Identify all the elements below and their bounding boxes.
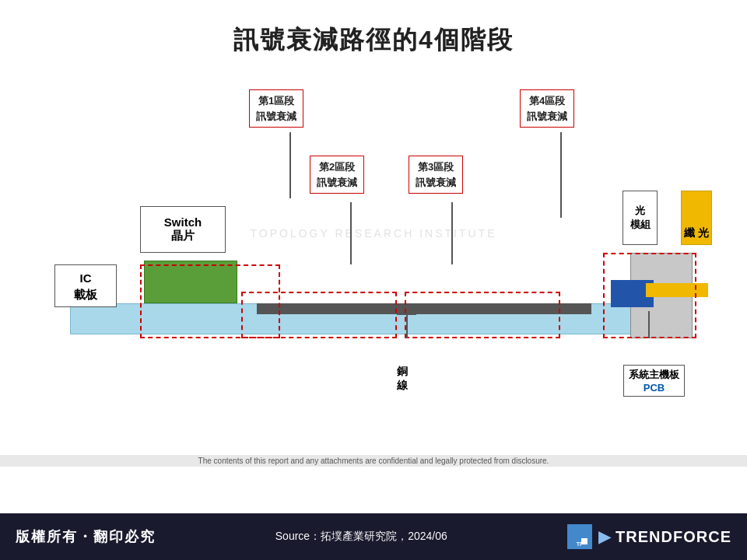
disclaimer-bar: The contents of this report and any atta… — [0, 455, 747, 467]
section2-dashed-box — [241, 292, 397, 338]
main-slide: 訊號衰減路徑的4個階段 TOPOLOGY RESEARCH INSTITUTE … — [0, 0, 747, 513]
footer-source: Source：拓墣產業研究院，2024/06 — [275, 530, 447, 544]
page-title: 訊號衰減路徑的4個階段 — [0, 0, 747, 58]
switch-label-line2: 晶片 — [171, 229, 195, 243]
section1-arrow-v — [289, 132, 291, 198]
optical-module-line1: 光 — [635, 204, 645, 218]
optical-module-line2: 模組 — [630, 218, 651, 232]
optical-fiber-label: 光 纖 — [681, 191, 712, 245]
section1-label: 第1區段 訊號衰減 — [249, 89, 303, 128]
footer: 版權所有・翻印必究 Source：拓墣產業研究院，2024/06 TF ▶ TR… — [0, 513, 747, 560]
ic-board-box: IC 載板 — [54, 264, 117, 307]
switch-label-line1: Switch — [164, 215, 202, 229]
optical-module-label: 光 模組 — [622, 191, 658, 245]
disclaimer-text: The contents of this report and any atta… — [198, 457, 549, 465]
section2-label: 第2區段 訊號衰減 — [310, 156, 364, 194]
section4-line1: 第4區段 — [527, 93, 567, 109]
section3-label: 第3區段 訊號衰減 — [409, 156, 463, 194]
svg-text:TF: TF — [576, 541, 583, 547]
copper-arrow-up — [406, 315, 408, 338]
trendforce-logo: ▶ TRENDFORCE — [598, 527, 731, 546]
pcb-arrow-v — [648, 311, 650, 338]
section4-label: 第4區段 訊號衰減 — [520, 89, 574, 128]
section3-line1: 第3區段 — [416, 159, 456, 175]
diagram-area: TOPOLOGY RESEARCH INSTITUTE IC 載板 Switch… — [39, 86, 708, 381]
section1-line2: 訊號衰減 — [256, 109, 296, 124]
section4-line2: 訊號衰減 — [527, 109, 567, 124]
section2-arrow-v — [350, 202, 352, 264]
svg-rect-1 — [580, 527, 589, 537]
section4-arrow-v — [560, 132, 562, 218]
footer-logo-area: TF ▶ TRENDFORCE — [567, 524, 731, 549]
section1-line1: 第1區段 — [256, 93, 296, 109]
pcb-label-line2: PCB — [629, 382, 679, 394]
switch-label-box: Switch 晶片 — [140, 206, 226, 253]
svg-rect-0 — [570, 527, 580, 537]
section3-arrow-v — [451, 202, 453, 264]
copper-label: 銅 線 — [397, 365, 408, 393]
section4-dashed-box — [603, 253, 696, 338]
copper-line2: 線 — [397, 379, 408, 393]
trendforce-name: TRENDFORCE — [615, 528, 731, 545]
section2-line2: 訊號衰減 — [317, 175, 357, 191]
pcb-label-box: 系統主機板 PCB — [623, 365, 685, 397]
trendforce-icon: TF — [567, 524, 592, 549]
section3-line2: 訊號衰減 — [416, 175, 456, 191]
ic-label-line2: 載板 — [74, 286, 97, 303]
footer-copyright: 版權所有・翻印必究 — [16, 527, 156, 546]
pcb-label-line1: 系統主機板 — [629, 368, 679, 382]
ic-label-line1: IC — [80, 270, 92, 286]
watermark: TOPOLOGY RESEARCH INSTITUTE — [251, 227, 497, 240]
copper-arrow-h — [397, 313, 416, 315]
section3-dashed-box — [405, 292, 560, 338]
section2-line1: 第2區段 — [317, 159, 357, 175]
copper-line1: 銅 — [397, 365, 408, 379]
